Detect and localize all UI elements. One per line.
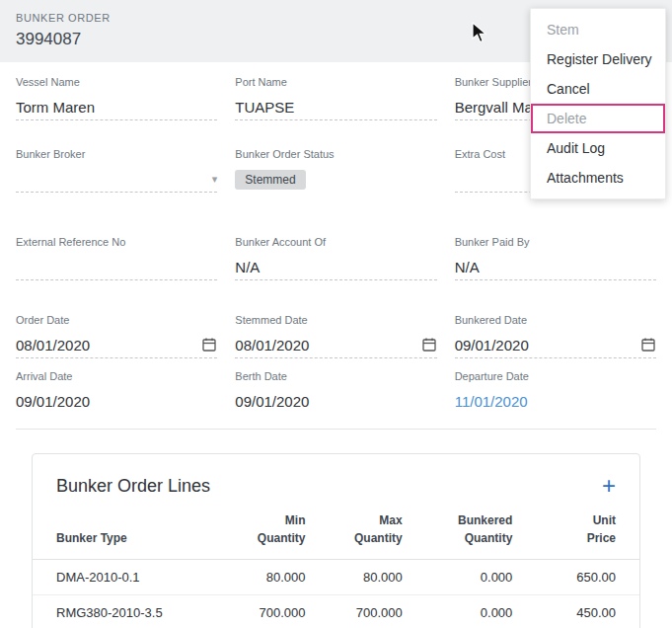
cell-unit-price: 450.00 <box>512 595 639 628</box>
port-name-label: Port Name <box>235 76 436 88</box>
vessel-name-value: Torm Maren <box>16 99 95 116</box>
column-header-text: Min <box>208 511 305 529</box>
menu-item-audit-log[interactable]: Audit Log <box>531 133 665 163</box>
menu-item-register-delivery[interactable]: Register Delivery <box>531 44 665 74</box>
column-header-text: Quantity <box>306 529 403 547</box>
bunker-paid-by-input[interactable]: N/A <box>455 257 656 280</box>
order-actions-menu: Stem Register Delivery Cancel Delete Aud… <box>530 8 666 199</box>
table-row[interactable]: DMA-2010-0.1 80.000 80.000 0.000 650.00 <box>33 560 639 595</box>
cell-max-quantity: 80.000 <box>306 560 403 595</box>
menu-item-delete[interactable]: Delete <box>531 104 665 133</box>
vessel-name-input[interactable]: Torm Maren <box>16 97 217 120</box>
column-header-max-quantity: Max Quantity <box>306 504 403 560</box>
berth-date-value: 09/01/2020 <box>235 393 309 410</box>
stemmed-date-label: Stemmed Date <box>235 314 436 326</box>
menu-item-stem[interactable]: Stem <box>531 15 665 44</box>
departure-date-label: Departure Date <box>455 370 656 382</box>
stemmed-date-input[interactable]: 08/01/2020 <box>235 335 436 358</box>
departure-date-field: 11/01/2020 <box>455 391 656 415</box>
bunkered-date-value: 09/01/2020 <box>455 337 529 353</box>
field-port-name: Port Name TUAPSE <box>235 76 436 120</box>
bunker-account-of-label: Bunker Account Of <box>235 236 436 248</box>
bunker-broker-label: Bunker Broker <box>16 148 217 160</box>
field-bunker-broker: Bunker Broker ▾ <box>16 148 217 193</box>
arrival-date-label: Arrival Date <box>16 370 217 382</box>
field-bunker-order-status: Bunker Order Status Stemmed <box>235 148 436 193</box>
vessel-name-label: Vessel Name <box>16 76 217 88</box>
order-date-value: 08/01/2020 <box>16 337 90 353</box>
column-header-text: Quantity <box>208 529 305 547</box>
cell-min-quantity: 700.000 <box>208 595 305 628</box>
port-name-value: TUAPSE <box>235 99 294 116</box>
form-row-3: External Reference No Bunker Account Of … <box>16 236 656 280</box>
port-name-input[interactable]: TUAPSE <box>235 97 436 120</box>
field-order-date: Order Date 08/01/2020 <box>16 314 217 358</box>
field-berth-date: Berth Date 09/01/2020 <box>235 370 436 415</box>
bunker-account-of-input[interactable]: N/A <box>235 257 436 280</box>
stemmed-date-value: 08/01/2020 <box>235 337 309 353</box>
bunker-order-page: BUNKER ORDER 3994087 Vessel Name Torm Ma… <box>0 0 672 628</box>
column-header-text: Bunkered <box>403 511 513 529</box>
cell-max-quantity: 700.000 <box>306 595 403 628</box>
field-vessel-name: Vessel Name Torm Maren <box>16 76 217 120</box>
bunker-supplier-value: Bergvall Ma <box>455 99 533 116</box>
bunkered-date-input[interactable]: 09/01/2020 <box>455 335 656 358</box>
column-header-bunker-type: Bunker Type <box>33 504 208 560</box>
external-reference-no-input[interactable] <box>16 257 217 280</box>
column-header-text: Quantity <box>403 529 513 547</box>
form-row-4: Order Date 08/01/2020 Stemmed Date 08/01… <box>16 314 656 358</box>
bunkered-date-label: Bunkered Date <box>455 314 656 326</box>
field-bunker-account-of: Bunker Account Of N/A <box>235 236 436 280</box>
order-date-label: Order Date <box>16 314 217 326</box>
cell-min-quantity: 80.000 <box>208 560 305 595</box>
field-stemmed-date: Stemmed Date 08/01/2020 <box>235 314 436 358</box>
status-badge: Stemmed <box>235 170 305 190</box>
bunker-paid-by-label: Bunker Paid By <box>455 236 656 248</box>
column-header-text: Bunker Type <box>56 529 208 547</box>
order-lines-table: Bunker Type Min Quantity Max Quantity Bu… <box>33 504 639 628</box>
bunker-broker-select[interactable]: ▾ <box>16 169 217 193</box>
order-date-input[interactable]: 08/01/2020 <box>16 335 217 358</box>
menu-item-attachments[interactable]: Attachments <box>531 163 665 193</box>
column-header-text: Max <box>306 511 403 529</box>
section-divider <box>16 429 656 430</box>
bunker-account-of-value: N/A <box>235 259 260 275</box>
berth-date-field: 09/01/2020 <box>235 391 436 415</box>
column-header-unit-price: Unit Price <box>512 504 639 560</box>
bunker-order-lines-card: Bunker Order Lines + Bunker Type Min Qua… <box>32 453 640 628</box>
field-external-reference-no: External Reference No <box>16 236 217 280</box>
arrival-date-field: 09/01/2020 <box>16 391 217 415</box>
card-header: Bunker Order Lines + <box>33 454 639 504</box>
cell-bunker-type: RMG380-2010-3.5 <box>33 595 208 628</box>
cell-unit-price: 650.00 <box>512 560 639 595</box>
field-arrival-date: Arrival Date 09/01/2020 <box>16 370 217 415</box>
chevron-down-icon: ▾ <box>212 173 218 186</box>
column-header-bunkered-quantity: Bunkered Quantity <box>403 504 513 560</box>
departure-date-link[interactable]: 11/01/2020 <box>455 393 528 410</box>
cell-bunker-type: DMA-2010-0.1 <box>33 560 208 595</box>
external-reference-no-label: External Reference No <box>16 236 217 248</box>
add-line-button[interactable]: + <box>602 474 616 498</box>
calendar-icon[interactable] <box>201 337 217 353</box>
calendar-icon[interactable] <box>421 337 437 353</box>
field-bunker-paid-by: Bunker Paid By N/A <box>455 236 656 280</box>
calendar-icon[interactable] <box>640 337 656 353</box>
column-header-min-quantity: Min Quantity <box>208 504 305 560</box>
column-header-text: Unit <box>512 511 616 529</box>
table-row[interactable]: RMG380-2010-3.5 700.000 700.000 0.000 45… <box>33 595 639 628</box>
column-header-text: Price <box>512 529 616 547</box>
berth-date-label: Berth Date <box>235 370 436 382</box>
cell-bunkered-quantity: 0.000 <box>403 560 513 595</box>
menu-item-cancel[interactable]: Cancel <box>531 74 665 104</box>
field-bunkered-date: Bunkered Date 09/01/2020 <box>455 314 656 358</box>
form-row-5: Arrival Date 09/01/2020 Berth Date 09/01… <box>16 370 656 415</box>
card-title: Bunker Order Lines <box>56 476 210 497</box>
arrival-date-value: 09/01/2020 <box>16 393 90 410</box>
table-header-row: Bunker Type Min Quantity Max Quantity Bu… <box>33 504 639 560</box>
field-departure-date: Departure Date 11/01/2020 <box>455 370 656 415</box>
cell-bunkered-quantity: 0.000 <box>403 595 513 628</box>
bunker-order-status-field: Stemmed <box>235 169 436 193</box>
bunker-paid-by-value: N/A <box>455 259 480 275</box>
bunker-order-status-label: Bunker Order Status <box>235 148 436 160</box>
